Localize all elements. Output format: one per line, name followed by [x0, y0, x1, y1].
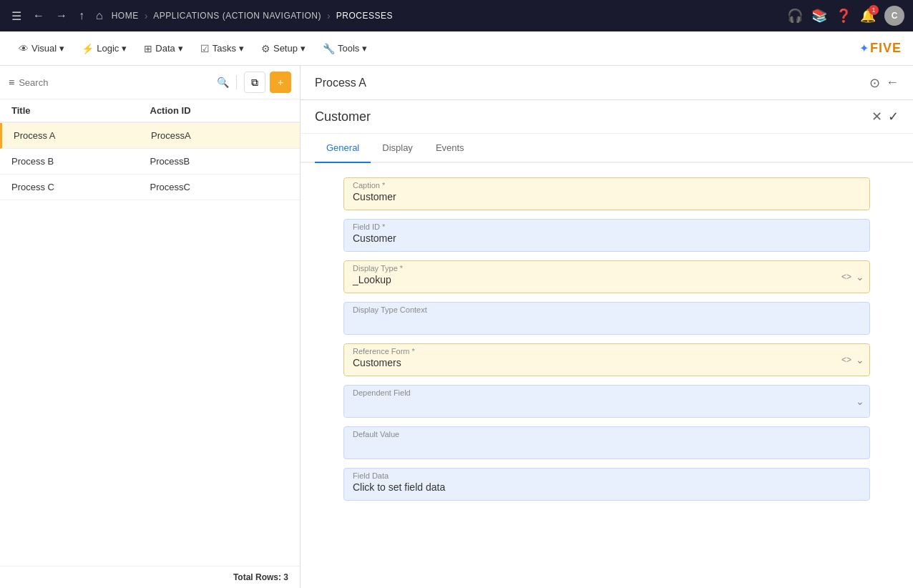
top-nav-right: 🎧 📚 ❓ 🔔 1 C: [787, 6, 904, 26]
toolbar-tools-label: Tools: [338, 43, 359, 54]
display-type-code-icon[interactable]: <>: [841, 272, 851, 282]
toolbar-logic[interactable]: ⚡ Logic ▾: [74, 39, 134, 59]
form-section-header: Customer ✕ ✓: [301, 100, 913, 134]
form-title: Customer: [315, 109, 371, 124]
reference-form-dropdown-icon[interactable]: ⌄: [856, 354, 864, 366]
content-panel: Process A ⊙ ← Customer ✕ ✓ General Displ…: [301, 66, 913, 588]
tasks-chevron: ▾: [239, 43, 244, 54]
content-header-icons: ⊙ ←: [869, 75, 899, 91]
reference-form-group: Reference Form * Customers <> ⌄ ➤: [343, 343, 870, 376]
list-item[interactable]: Process C ProcessC: [0, 175, 300, 200]
five-logo-text: FIVE: [870, 41, 902, 56]
display-type-context-input[interactable]: [353, 315, 861, 327]
top-nav: ☰ ← → ↑ ⌂ HOME › APPLICATIONS (ACTION NA…: [0, 0, 913, 31]
logic-chevron: ▾: [122, 43, 127, 54]
visual-chevron: ▾: [59, 43, 64, 54]
col-action-id: Action ID: [150, 105, 289, 116]
display-type-context-label: Display Type Context: [353, 305, 861, 315]
row-title: Process C: [11, 182, 150, 192]
dependent-field-dropdown-icon[interactable]: ⌄: [856, 396, 864, 407]
toolbar-visual[interactable]: 👁 Visual ▾: [11, 39, 72, 59]
sidebar-table: Process A ProcessA Process B ProcessB Pr…: [0, 123, 300, 566]
filter-icon: ≡: [9, 77, 14, 88]
close-form-icon[interactable]: ✕: [872, 109, 882, 124]
field-id-group: Field ID *: [343, 219, 870, 252]
tab-general[interactable]: General: [315, 134, 371, 163]
default-value-input[interactable]: [353, 440, 861, 451]
caption-label: Caption *: [353, 181, 861, 191]
tasks-icon: ☑: [200, 43, 210, 54]
field-data-label: Field Data: [353, 471, 861, 481]
search-input[interactable]: [19, 77, 213, 88]
back-arrow-icon[interactable]: ←: [886, 75, 899, 90]
logic-icon: ⚡: [82, 43, 94, 54]
forward-icon[interactable]: →: [53, 6, 70, 25]
breadcrumb-sep-1: ›: [145, 10, 148, 21]
dependent-field-input[interactable]: [353, 398, 841, 410]
breadcrumb-apps[interactable]: APPLICATIONS (ACTION NAVIGATION): [153, 11, 321, 21]
field-data-group: Field Data Click to set field data: [343, 468, 870, 501]
row-action-id: ProcessC: [150, 182, 289, 192]
display-type-value: _Lookup: [353, 274, 391, 285]
notif-badge: 1: [869, 5, 879, 15]
back-icon[interactable]: ←: [30, 6, 47, 25]
field-id-input[interactable]: [353, 232, 861, 244]
sync-icon[interactable]: ⊙: [869, 75, 880, 91]
sidebar-header: Title Action ID: [0, 99, 300, 123]
field-data-value: Click to set field data: [353, 481, 445, 493]
field-id-label: Field ID *: [353, 222, 861, 232]
total-rows-label: Total Rows: 3: [233, 572, 288, 582]
reference-form-code-icon[interactable]: <>: [841, 355, 851, 365]
display-type-dropdown-icon[interactable]: ⌄: [856, 271, 864, 283]
caption-field-group: Caption *: [343, 177, 870, 210]
list-item[interactable]: Process B ProcessB: [0, 149, 300, 175]
tools-icon: 🔧: [323, 43, 335, 54]
copy-button[interactable]: ⧉: [244, 72, 265, 93]
notification-icon[interactable]: 🔔 1: [860, 8, 876, 24]
tab-events[interactable]: Events: [424, 134, 476, 163]
home-icon[interactable]: ⌂: [93, 6, 106, 25]
top-nav-left: ☰ ← → ↑ ⌂ HOME › APPLICATIONS (ACTION NA…: [9, 6, 781, 26]
row-action-id: ProcessA: [151, 130, 288, 141]
toolbar-data-label: Data: [155, 43, 175, 54]
default-value-group: Default Value: [343, 426, 870, 459]
headset-icon[interactable]: 🎧: [787, 8, 803, 24]
toolbar-data[interactable]: ⊞ Data ▾: [137, 39, 190, 59]
row-title: Process A: [14, 130, 151, 141]
form-area: Customer ✕ ✓ General Display Events Capt…: [301, 100, 913, 588]
breadcrumb-home[interactable]: HOME: [112, 11, 139, 21]
toolbar-left: 👁 Visual ▾ ⚡ Logic ▾ ⊞ Data ▾ ☑ Tasks ▾ …: [11, 39, 374, 59]
tab-display[interactable]: Display: [371, 134, 424, 163]
help-icon[interactable]: ❓: [836, 8, 851, 24]
data-icon: ⊞: [144, 43, 152, 54]
field-data-clickable[interactable]: Field Data Click to set field data: [343, 468, 870, 501]
avatar[interactable]: C: [884, 6, 904, 26]
toolbar-tasks[interactable]: ☑ Tasks ▾: [193, 39, 251, 59]
content-title: Process A: [315, 77, 366, 89]
visual-icon: 👁: [19, 43, 29, 54]
caption-input[interactable]: [353, 191, 861, 202]
reference-form-label: Reference Form *: [353, 347, 826, 357]
breadcrumb-processes[interactable]: PROCESSES: [336, 11, 393, 21]
tabs: General Display Events: [301, 134, 913, 163]
setup-icon: ⚙: [261, 43, 270, 54]
content-header: Process A ⊙ ←: [301, 66, 913, 100]
display-type-label: Display Type *: [353, 264, 826, 274]
add-button[interactable]: +: [270, 72, 291, 93]
setup-chevron: ▾: [301, 43, 306, 54]
list-item[interactable]: Process A ProcessA: [0, 123, 300, 149]
toolbar-setup[interactable]: ⚙ Setup ▾: [254, 39, 313, 59]
reference-form-value: Customers: [353, 357, 401, 368]
toolbar-tasks-label: Tasks: [213, 43, 236, 54]
menu-icon[interactable]: ☰: [9, 6, 24, 26]
tools-chevron: ▾: [362, 43, 367, 54]
dependent-field-group: Dependent Field ⌄: [343, 385, 870, 418]
toolbar-tools[interactable]: 🔧 Tools ▾: [316, 39, 374, 59]
data-chevron: ▾: [178, 43, 183, 54]
books-icon[interactable]: 📚: [811, 8, 827, 24]
up-icon[interactable]: ↑: [76, 6, 87, 25]
search-icon[interactable]: 🔍: [217, 77, 229, 88]
col-title: Title: [11, 105, 150, 116]
confirm-form-icon[interactable]: ✓: [888, 109, 899, 124]
toolbar-setup-label: Setup: [273, 43, 298, 54]
